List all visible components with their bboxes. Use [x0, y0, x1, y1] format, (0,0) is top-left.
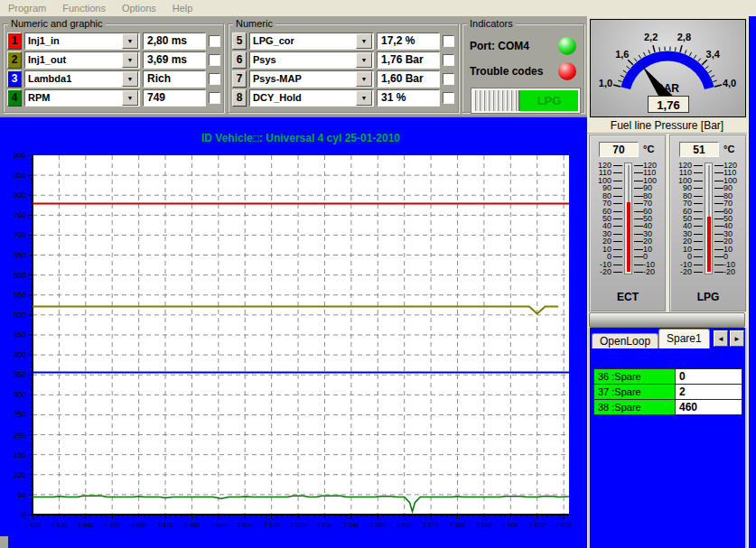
tab-scroll-right-icon[interactable]: ► [730, 330, 744, 347]
scale-tick [613, 188, 622, 189]
svg-text:3 600: 3 600 [502, 521, 518, 529]
channel-select[interactable]: Inj1_in ▼ [24, 33, 140, 50]
table-row[interactable]: 37 :Spare 2 [593, 384, 742, 400]
tab-spare1[interactable]: Spare1 [658, 329, 710, 348]
fuel-type-switch[interactable]: LPG [471, 88, 580, 113]
scale-tick [714, 203, 723, 204]
scale-tick [634, 203, 643, 204]
scale-tick [634, 196, 643, 197]
thermometer-unit: °C [643, 144, 654, 154]
channel-select[interactable]: Lambda1 ▼ [24, 70, 140, 88]
scale-tick [694, 265, 703, 265]
collapsed-panel-bar[interactable] [589, 312, 745, 328]
svg-text:3 610: 3 610 [529, 521, 546, 529]
window-edge-strip [749, 16, 756, 548]
channel-number-box: 6 [232, 51, 247, 69]
port-status-led-icon [558, 37, 576, 55]
svg-text:800: 800 [14, 190, 26, 200]
scale-tick [694, 249, 703, 250]
group-numeric: Numeric 5 LPG_cor ▼ 17,2 % 6 Psys ▼ 1,76… [228, 23, 459, 113]
menu-options[interactable]: Options [114, 3, 164, 14]
channel-checkbox[interactable] [209, 54, 220, 66]
thermometer-name: ECT [591, 291, 665, 303]
trouble-codes-led-icon [558, 62, 576, 80]
chevron-down-icon[interactable]: ▼ [122, 71, 138, 87]
channel-checkbox[interactable] [443, 92, 454, 104]
channel-select[interactable]: Psys ▼ [249, 51, 374, 69]
scale-tick [634, 211, 643, 212]
svg-text:3 540: 3 540 [343, 521, 359, 529]
scale-tick [694, 226, 703, 227]
svg-text:1,0: 1,0 [599, 78, 612, 88]
scale-tick [714, 234, 723, 235]
scale-label: -20 [643, 268, 663, 276]
channel-checkbox[interactable] [443, 73, 454, 85]
tab-openloop[interactable]: OpenLoop [592, 333, 658, 348]
scale-tick [694, 234, 703, 235]
chevron-down-icon[interactable]: ▼ [356, 33, 372, 49]
channel-checkbox[interactable] [443, 35, 454, 47]
menu-functions[interactable]: Functions [54, 3, 114, 14]
group-title: Numeric and graphic [8, 17, 106, 30]
scale-tick [613, 218, 622, 219]
channel-checkbox[interactable] [443, 54, 454, 66]
menu-help[interactable]: Help [164, 3, 201, 14]
svg-text:150: 150 [14, 450, 26, 460]
chevron-down-icon[interactable]: ▼ [122, 33, 138, 49]
scale-tick [714, 211, 723, 212]
channel-select-value: Lambda1 [25, 73, 121, 84]
scale-tick [634, 172, 643, 173]
svg-text:900: 900 [14, 151, 26, 160]
scale-tick [694, 196, 703, 197]
scale-tick [634, 165, 643, 166]
scale-tick [714, 188, 723, 189]
trend-chart: 0501001502002503003504004505005506006507… [0, 117, 587, 548]
svg-text:3 510: 3 510 [264, 521, 280, 529]
tab-scroll-left-icon[interactable]: ◄ [714, 330, 728, 347]
switch-grip-icon[interactable] [473, 90, 520, 111]
scale-tick [613, 181, 622, 181]
channel-checkbox[interactable] [209, 92, 220, 104]
scale-tick [714, 165, 723, 166]
channel-select[interactable]: RPM ▼ [24, 89, 140, 107]
svg-text:3 450: 3 450 [104, 521, 120, 529]
chevron-down-icon[interactable]: ▼ [356, 71, 372, 87]
channel-checkbox[interactable] [209, 73, 220, 85]
svg-text:350: 350 [14, 370, 26, 379]
svg-text:200: 200 [14, 431, 26, 440]
channel-select[interactable]: Psys-MAP ▼ [249, 70, 374, 88]
channel-select[interactable]: LPG_cor ▼ [249, 33, 374, 50]
chevron-down-icon[interactable]: ▼ [356, 90, 372, 106]
svg-text:3 460: 3 460 [130, 521, 146, 529]
scale-tick [694, 188, 703, 189]
menu-bar: Program Functions Options Help [0, 0, 756, 17]
chevron-down-icon[interactable]: ▼ [122, 90, 138, 106]
channel-number-box: 5 [232, 33, 247, 50]
svg-text:450: 450 [14, 330, 26, 339]
channel-row-1: 1 Inj1_in ▼ 2,80 ms [7, 32, 220, 50]
thermometer-value: 51 [679, 142, 719, 157]
svg-text:700: 700 [14, 230, 26, 239]
table-row[interactable]: 36 :Spare 0 [593, 368, 742, 385]
group-indicators: Indicators Port: COM4 Trouble codes LPG [462, 23, 584, 113]
channel-row-7: 7 Psys-MAP ▼ 1,60 Bar [232, 70, 455, 88]
fuel-type-label: LPG [520, 90, 578, 111]
chevron-down-icon[interactable]: ▼ [356, 52, 372, 68]
svg-text:250: 250 [14, 410, 26, 419]
scale-tick [634, 241, 643, 242]
chevron-down-icon[interactable]: ▼ [122, 52, 138, 68]
channel-select[interactable]: DCY_Hold ▼ [249, 89, 374, 107]
table-row[interactable]: 38 :Spare 460 [593, 399, 742, 415]
channel-number-box: 8 [232, 89, 247, 107]
scale-tick [714, 196, 723, 197]
channel-checkbox[interactable] [209, 35, 220, 47]
channel-select[interactable]: Inj1_out ▼ [24, 51, 140, 69]
group-numeric-and-graphic: Numeric and graphic 1 Inj1_in ▼ 2,80 ms … [3, 23, 224, 113]
channel-value: Rich [143, 70, 206, 88]
svg-text:3 520: 3 520 [290, 521, 306, 529]
menu-program[interactable]: Program [0, 3, 54, 14]
svg-text:3 570: 3 570 [423, 521, 439, 529]
trouble-codes-label: Trouble codes [470, 65, 543, 78]
channel-row-2: 2 Inj1_out ▼ 3,69 ms [7, 51, 220, 69]
scale-tick [694, 241, 703, 242]
